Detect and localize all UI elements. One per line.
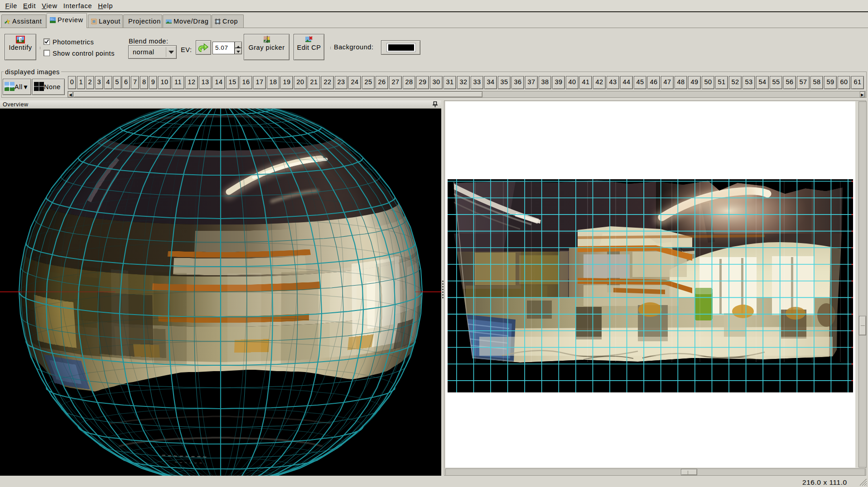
svg-text:1: 1 bbox=[20, 37, 23, 42]
svg-text:GL: GL bbox=[50, 18, 54, 20]
